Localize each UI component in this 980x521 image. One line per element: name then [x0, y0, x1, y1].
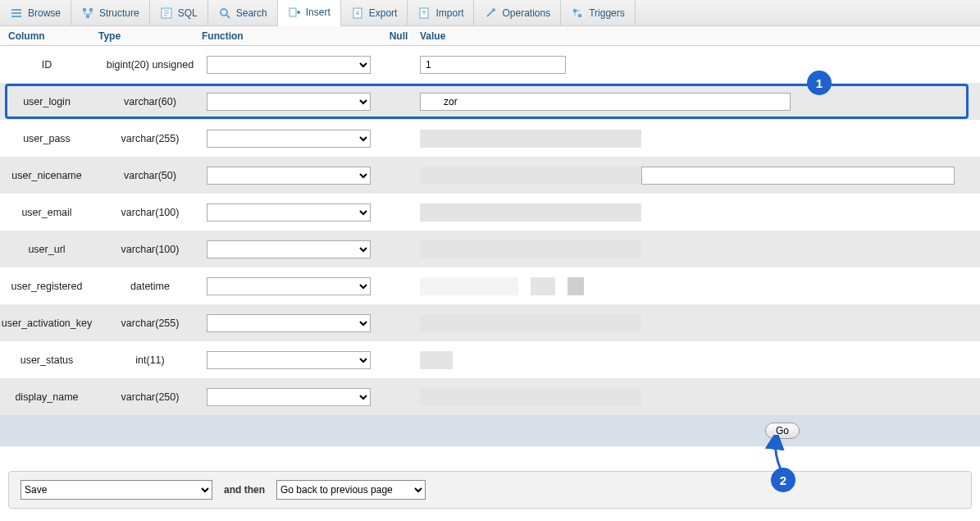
tab-label: Export — [369, 7, 398, 19]
function-select[interactable] — [207, 351, 371, 369]
value-input-user-login[interactable] — [420, 93, 791, 111]
svg-point-11 — [492, 8, 495, 11]
export-icon — [351, 7, 364, 20]
column-type: varchar(250) — [98, 391, 202, 403]
go-button-row: Go — [0, 415, 980, 446]
column-name: user_pass — [0, 133, 98, 144]
table-row: user_status int(11) — [0, 341, 980, 378]
svg-point-7 — [221, 9, 227, 16]
column-type: datetime — [98, 281, 202, 292]
table-row: user_registered datetime — [0, 267, 980, 304]
and-then-label: and then — [224, 484, 265, 496]
tab-label: Import — [435, 7, 463, 19]
table-row: user_activation_key varchar(255) — [0, 304, 980, 341]
column-name: user_email — [0, 207, 98, 218]
tab-import[interactable]: Import — [408, 0, 474, 25]
insert-icon — [288, 6, 301, 19]
redacted-value — [420, 203, 964, 222]
function-select[interactable] — [207, 277, 371, 295]
column-name: ID — [0, 59, 98, 71]
column-name: user_activation_key — [0, 318, 98, 329]
redacted-value — [420, 240, 964, 258]
function-select[interactable] — [207, 56, 371, 74]
tab-label: Search — [236, 7, 267, 19]
redacted-value — [420, 388, 964, 406]
separator — [0, 446, 980, 471]
sql-icon — [160, 7, 173, 20]
header-type: Type — [98, 30, 202, 42]
tab-label: SQL — [178, 7, 198, 19]
function-select[interactable] — [207, 167, 371, 185]
annotation-badge-1: 1 — [807, 71, 832, 95]
svg-rect-4 — [89, 8, 93, 11]
column-type: varchar(255) — [98, 133, 202, 144]
header-function: Function — [202, 30, 382, 42]
tab-label: Browse — [28, 7, 61, 19]
function-select[interactable] — [207, 314, 371, 332]
table-row: user_login varchar(60) — [0, 83, 980, 120]
structure-icon — [81, 7, 94, 20]
table-row: user_email varchar(100) — [0, 194, 980, 231]
table-row: user_nicename varchar(50) — [0, 157, 980, 194]
search-icon — [218, 7, 231, 20]
then-action-select[interactable]: Go back to previous page — [276, 480, 426, 500]
table-row: user_pass varchar(255) — [0, 120, 980, 157]
tab-triggers[interactable]: Triggers — [561, 0, 636, 25]
header-value: Value — [415, 30, 980, 42]
svg-rect-5 — [86, 15, 89, 18]
function-select[interactable] — [207, 240, 371, 258]
column-type: int(11) — [98, 354, 202, 366]
tab-label: Insert — [306, 7, 330, 18]
function-select[interactable] — [207, 130, 371, 148]
tab-sql[interactable]: SQL — [150, 0, 208, 25]
column-type: bigint(20) unsigned — [98, 59, 202, 71]
column-name: user_registered — [0, 281, 98, 292]
tab-bar: Browse Structure SQL Search Insert Expor… — [0, 0, 980, 26]
redacted-value — [420, 130, 964, 148]
import-icon — [417, 7, 431, 20]
save-action-select[interactable]: Save — [21, 480, 212, 500]
redacted-value — [420, 351, 964, 369]
footer-action-box: Save and then Go back to previous page — [8, 471, 972, 509]
browse-icon — [10, 7, 23, 20]
function-select[interactable] — [207, 93, 371, 111]
column-type: varchar(100) — [98, 207, 202, 218]
column-name: user_nicename — [0, 170, 98, 181]
svg-rect-8 — [289, 8, 296, 16]
table-row: user_url varchar(100) — [0, 231, 980, 267]
function-select[interactable] — [207, 388, 371, 406]
svg-rect-0 — [11, 9, 21, 11]
svg-rect-2 — [11, 16, 21, 17]
tab-browse[interactable]: Browse — [0, 0, 71, 25]
tab-label: Operations — [502, 7, 550, 19]
tab-label: Triggers — [589, 7, 625, 19]
header-column: Column — [0, 30, 98, 42]
column-type: varchar(255) — [98, 318, 202, 329]
table-row: display_name varchar(250) — [0, 378, 980, 415]
value-input-nicename[interactable] — [641, 167, 955, 185]
triggers-icon — [571, 7, 584, 20]
tab-insert[interactable]: Insert — [278, 0, 341, 26]
tab-operations[interactable]: Operations — [474, 0, 561, 25]
column-name: user_url — [0, 244, 98, 255]
column-name: user_login — [0, 96, 98, 107]
annotation-badge-2: 2 — [771, 468, 795, 492]
table-header-row: Column Type Function Null Value — [0, 26, 980, 46]
svg-rect-1 — [11, 12, 21, 14]
column-type: varchar(50) — [98, 170, 202, 181]
column-type: varchar(60) — [98, 96, 202, 107]
tab-structure[interactable]: Structure — [71, 0, 150, 25]
header-null: Null — [382, 30, 415, 42]
column-name: display_name — [0, 391, 98, 403]
column-name: user_status — [0, 354, 98, 366]
value-input-id[interactable] — [420, 56, 566, 74]
tab-search[interactable]: Search — [208, 0, 278, 25]
redacted-value — [420, 277, 964, 295]
function-select[interactable] — [207, 203, 371, 222]
redacted-value — [420, 314, 964, 332]
svg-rect-3 — [83, 8, 86, 11]
table-row: ID bigint(20) unsigned — [0, 46, 980, 83]
tab-export[interactable]: Export — [341, 0, 408, 25]
operations-icon — [484, 7, 497, 20]
column-type: varchar(100) — [98, 244, 202, 255]
